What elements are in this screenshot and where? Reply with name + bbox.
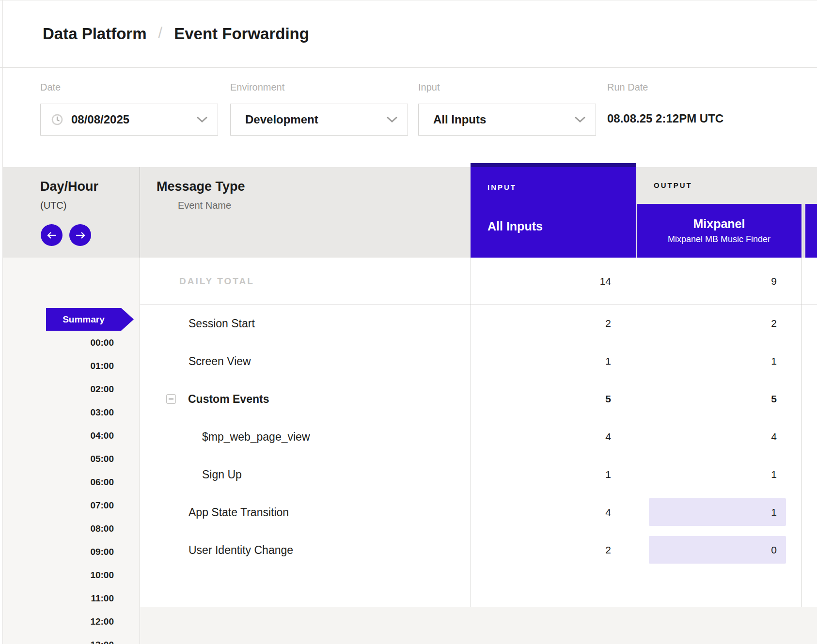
next-day-button[interactable] [69,224,91,246]
collapse-icon[interactable] [166,394,176,404]
hour-item-09[interactable]: 09:00 [48,546,114,558]
page-title: Event Forwarding [174,25,309,43]
event-name: Custom Events [188,393,269,406]
date-select[interactable]: 08/08/2025 [40,104,218,136]
output-count: 1 [694,355,777,367]
day-hour-header: Day/Hour [40,179,98,194]
arrow-left-icon [47,231,57,239]
output-count: 2 [694,318,777,329]
connection-subtitle: Mixpanel MB Music Finder [668,234,770,245]
output-count: 4 [694,431,777,443]
output-connection-header[interactable]: Mixpanel Mixpanel MB Music Finder [637,204,801,258]
summary-label: Summary [63,314,105,325]
event-name: Session Start [189,317,255,330]
hour-item-00[interactable]: 00:00 [48,337,114,349]
output-connection-partial [805,204,817,258]
table-row: Screen View 1 1 [140,342,817,380]
breadcrumb-separator: / [158,24,163,42]
breadcrumb: Data Platform / Event Forwarding [43,0,309,67]
input-column-kicker: INPUT [487,183,517,191]
output-count: 1 [694,506,777,518]
output-column-kicker: OUTPUT [654,181,692,189]
input-count: 1 [529,355,611,367]
message-type-header: Message Type [157,179,245,194]
daily-total-output-value: 9 [694,276,777,287]
event-forwarding-page: Data Platform / Event Forwarding Date En… [0,0,817,644]
input-column-header[interactable] [471,163,636,258]
event-name: User Identity Change [189,544,293,557]
hour-item-02[interactable]: 02:00 [48,383,114,395]
hour-item-07[interactable]: 07:00 [48,500,114,511]
event-name-subheader: Event Name [178,200,231,211]
output-count: 0 [694,544,777,556]
daily-total-row: DAILY TOTAL 14 9 [140,258,817,305]
environment-label: Environment [230,82,284,93]
output-count: 5 [694,393,777,405]
input-count: 2 [529,544,611,556]
table-row: $mp_web_page_view 4 4 [140,418,817,456]
date-value: 08/08/2025 [71,113,129,126]
event-name: Sign Up [202,468,242,481]
summary-tab[interactable]: Summary [46,308,134,331]
arrow-right-icon [75,231,86,239]
selected-column-indicator [471,163,636,167]
header-divider [0,67,817,68]
event-name: Screen View [189,355,251,368]
hour-item-01[interactable]: 01:00 [48,360,114,372]
table-row: App State Transition 4 1 [140,493,817,531]
daily-total-input-value: 14 [529,276,611,287]
run-date-value: 08.08.25 2:12PM UTC [607,112,723,125]
hour-item-08[interactable]: 08:00 [48,523,114,535]
table-row: Sign Up 1 1 [140,456,817,493]
input-value: All Inputs [433,113,486,126]
hour-item-04[interactable]: 04:00 [48,430,114,442]
clock-icon [51,114,63,125]
breadcrumb-section[interactable]: Data Platform [43,25,147,43]
chevron-down-icon [386,116,398,123]
chevron-down-icon [574,116,586,123]
input-count: 4 [529,506,611,518]
output-count: 1 [694,469,777,480]
day-hour-timezone: (UTC) [40,200,66,211]
hour-item-06[interactable]: 06:00 [48,476,114,488]
event-name: App State Transition [189,506,289,519]
input-column-name: All Inputs [487,219,543,233]
hour-item-05[interactable]: 05:00 [48,453,114,465]
input-label: Input [418,82,440,93]
hour-item-03[interactable]: 03:00 [48,407,114,418]
chevron-down-icon [196,116,208,123]
previous-day-button[interactable] [41,224,63,246]
environment-select[interactable]: Development [230,104,408,136]
date-label: Date [40,82,61,93]
input-count: 1 [529,469,611,480]
environment-value: Development [245,113,318,126]
input-count: 5 [529,393,611,405]
run-date-label: Run Date [607,82,648,93]
input-count: 4 [529,431,611,443]
header-column-divider [140,167,140,258]
hour-item-12[interactable]: 12:00 [48,616,114,628]
input-count: 2 [529,318,611,329]
input-select[interactable]: All Inputs [418,104,596,136]
hour-item-13[interactable]: 13:00 [48,639,114,644]
hour-item-11[interactable]: 11:00 [48,593,114,604]
connection-divider [803,204,804,258]
table-row: Custom Events 5 5 [140,380,817,418]
event-name: $mp_web_page_view [202,430,310,444]
table-footer-band [140,607,817,644]
connection-name: Mixpanel [693,217,745,231]
table-row: User Identity Change 2 0 [140,531,817,569]
hour-item-10[interactable]: 10:00 [48,569,114,581]
daily-total-label: DAILY TOTAL [179,276,254,287]
table-row: Session Start 2 2 [140,305,817,342]
